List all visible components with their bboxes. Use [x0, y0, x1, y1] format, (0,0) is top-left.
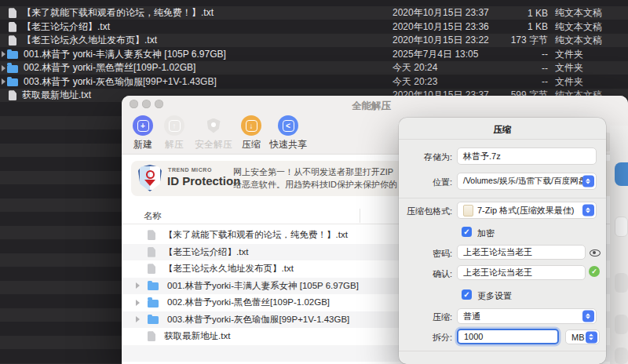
- disclosure-triangle-icon[interactable]: [1, 65, 7, 71]
- file-size: 173 字节: [469, 34, 548, 47]
- location-value: /Volumes/娱乐/迅雷下载/百度网盘…: [463, 176, 594, 187]
- file-name: 002.林昔予yorki-黑色蕾丝[109P-1.02GB]: [167, 297, 330, 308]
- text-file-icon: [148, 331, 155, 341]
- disclosure-triangle-icon[interactable]: [136, 282, 142, 289]
- more-settings-checkbox[interactable]: ✓: [462, 289, 472, 300]
- file-name: 001.林昔予yorki-丰满人妻系女神 [105P 6.97GB]: [167, 280, 359, 292]
- show-password-eye-icon[interactable]: [590, 249, 601, 257]
- format-value: 7-Zip 格式(压缩效果最佳): [477, 205, 574, 217]
- toolbar-label: 安全解压: [195, 138, 232, 151]
- toolbar-label: 快速共享: [269, 138, 307, 151]
- split-unit-value: MB: [571, 333, 585, 342]
- split-unit-popup[interactable]: MB: [565, 329, 600, 344]
- quick-share-button[interactable]: < 快速共享: [266, 115, 310, 151]
- popup-chevrons-icon[interactable]: [582, 311, 594, 322]
- password-label: 密码:: [399, 248, 452, 260]
- toolbar-label: 压缩: [242, 138, 261, 151]
- finder-row[interactable]: 【老王论坛介绍】.txt 2020年10月15日 23:36 1 KB 纯文本文…: [0, 20, 628, 35]
- disclosure-triangle-icon[interactable]: [136, 316, 142, 322]
- new-archive-button[interactable]: + 新建: [127, 115, 159, 151]
- banner-message: 网上安全第一！从不明发送者那里打开ZIP 给恶意软件。用趋势科技ID保护来保护你…: [233, 166, 397, 191]
- split-label: 拆分:: [399, 332, 452, 344]
- save-as-value: 林昔予.7z: [463, 151, 501, 162]
- finder-row[interactable]: 001.林昔予 yorki-丰满人妻系女神 [105P 6.97GB] 2025…: [0, 48, 628, 62]
- plus-icon: +: [137, 120, 149, 132]
- compress-dialog: 压缩 存储为: 林昔予.7z 位置: /Volumes/娱乐/迅雷下载/百度网盘…: [399, 118, 606, 364]
- finder-row[interactable]: 002.林昔予 yorki-黑色蕾丝[109P-1.02GB] 今天 20:24…: [0, 61, 628, 75]
- file-kind: 纯文本文稿: [555, 34, 602, 47]
- popup-chevrons-icon[interactable]: [586, 331, 597, 343]
- file-name: 【老王论坛介绍】.txt: [164, 246, 248, 258]
- file-size: --: [469, 63, 548, 74]
- file-name: 003.林昔予yorki-灰色瑜伽服[99P+1V-1.43GB]: [167, 314, 349, 326]
- confirm-value: 上老王论坛当老王: [463, 267, 532, 278]
- app-titlebar: 全能解压: [122, 96, 628, 113]
- text-file-icon: [9, 22, 16, 32]
- file-date: 今天 20:23: [392, 75, 437, 89]
- format-popup[interactable]: 7-Zip 格式(压缩效果最佳): [457, 202, 597, 219]
- divider: [399, 198, 606, 198]
- folder-icon: [7, 78, 18, 86]
- popup-chevrons-icon[interactable]: [582, 176, 594, 187]
- file-name: 【来了就能下载和观看的论坛，纯免费！】.txt: [164, 229, 348, 241]
- file-name: 【老王论坛永久地址发布页】.txt: [22, 34, 157, 47]
- compress-icon: ↓: [241, 115, 261, 136]
- text-file-icon: [148, 247, 155, 257]
- divider: [399, 139, 606, 140]
- save-as-input[interactable]: 林昔予.7z: [457, 147, 597, 165]
- text-file-icon: [9, 35, 16, 46]
- shield-shape: [207, 118, 221, 133]
- arrow-up-icon: ↑: [169, 120, 181, 132]
- more-settings-label: 更多设置: [477, 290, 512, 302]
- split-size-input[interactable]: 1000: [457, 329, 559, 344]
- text-file-icon: [148, 230, 155, 240]
- popup-chevrons-icon[interactable]: [582, 205, 594, 217]
- shield-icon: [203, 115, 224, 136]
- field-fragment: [615, 348, 628, 364]
- file-size: 1 KB: [469, 21, 548, 32]
- field-fragment: [615, 315, 628, 334]
- confirm-password-input[interactable]: 上老王论坛当老王: [457, 265, 586, 280]
- share-glyph-icon: <: [283, 120, 294, 132]
- arrow-down-icon: ↓: [246, 120, 257, 132]
- window-title: 全能解压: [122, 100, 621, 113]
- file-size: --: [469, 49, 548, 60]
- file-size: --: [469, 76, 548, 87]
- brand-large-text: ID Protection: [167, 174, 240, 187]
- password-input[interactable]: 上老王论坛当老王: [457, 245, 586, 260]
- save-as-label: 存储为:: [399, 151, 452, 163]
- finder-row[interactable]: 【来了就能下载和观看的论坛，纯免费！】.txt 2020年10月15日 23:3…: [0, 6, 628, 20]
- list-column-header-name[interactable]: 名称: [144, 210, 162, 222]
- file-date: 2025年7月4日 13:05: [392, 48, 478, 61]
- confirm-label: 确认:: [399, 268, 452, 280]
- folder-icon: [7, 65, 18, 73]
- disclosure-triangle-icon[interactable]: [136, 300, 142, 306]
- file-name: 【老王论坛永久地址发布页】.txt: [164, 263, 294, 275]
- safe-extract-button[interactable]: 安全解压: [192, 115, 236, 151]
- finder-row[interactable]: 【老王论坛永久地址发布页】.txt 2020年10月15日 23:22 173 …: [0, 34, 628, 48]
- banner-action-button-fragment[interactable]: [615, 162, 628, 186]
- location-popup[interactable]: /Volumes/娱乐/迅雷下载/百度网盘…: [457, 173, 597, 190]
- file-date: 今天 20:24: [392, 61, 437, 75]
- split-size-value: 1000: [464, 332, 483, 341]
- banner-line2: 给恶意软件。用趋势科技ID保护来保护你的: [233, 179, 397, 191]
- disclosure-triangle-icon[interactable]: [1, 51, 7, 57]
- extract-button[interactable]: ↑ 解压: [159, 115, 190, 151]
- folder-icon: [148, 282, 159, 290]
- disclosure-triangle-icon[interactable]: [1, 78, 7, 85]
- encrypt-checkbox[interactable]: ✓: [462, 227, 472, 237]
- trend-micro-shield-icon: [138, 165, 162, 191]
- compression-level-popup[interactable]: 普通: [457, 308, 597, 324]
- file-kind: 文件夹: [555, 75, 583, 89]
- field-fragment: [615, 273, 628, 293]
- compress-button[interactable]: ↓ 压缩: [236, 115, 267, 151]
- file-name: 003.林昔予 yorki-灰色瑜伽服[99P+1V-1.43GB]: [24, 75, 217, 89]
- file-name: 获取最新地址.txt: [22, 89, 91, 102]
- share-icon: <: [278, 115, 298, 136]
- file-kind: 纯文本文稿: [555, 20, 602, 34]
- background-window-fragment: [610, 126, 628, 364]
- dialog-title: 压缩: [399, 124, 606, 136]
- file-kind: 文件夹: [555, 48, 583, 61]
- file-name: 001.林昔予 yorki-丰满人妻系女神 [105P 6.97GB]: [24, 48, 226, 61]
- finder-row[interactable]: 003.林昔予 yorki-灰色瑜伽服[99P+1V-1.43GB] 今天 20…: [0, 75, 628, 89]
